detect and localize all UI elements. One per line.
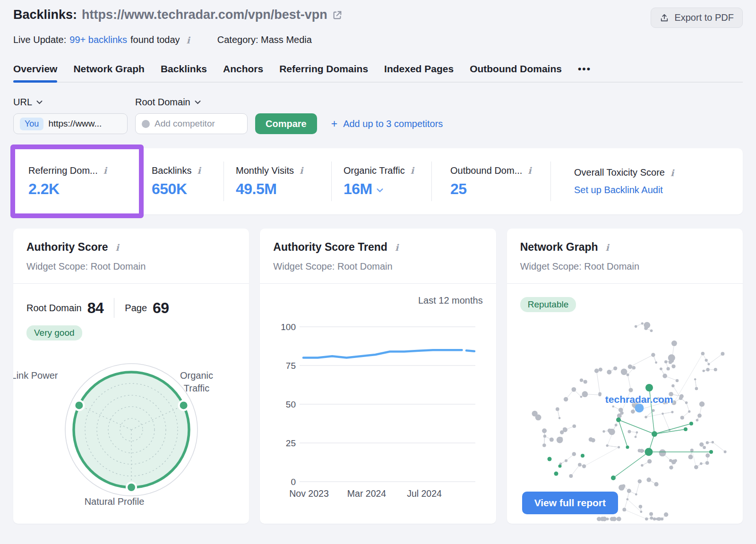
live-update-link[interactable]: 99+ backlinks — [69, 34, 127, 45]
root-domain-scope-selector[interactable]: Root Domain — [135, 97, 201, 108]
filter-selectors: URL Root Domain — [13, 97, 743, 108]
root-domain-scope-label: Root Domain — [135, 97, 190, 108]
divider — [114, 298, 114, 318]
metric-organic-traffic[interactable]: Organic Traffic i 16M — [331, 148, 431, 214]
info-icon[interactable]: i — [670, 168, 675, 178]
radar-point-organic-traffic[interactable] — [179, 400, 189, 410]
root-domain-score-value: 84 — [87, 299, 104, 317]
compare-inputs-row: You https://www... Compare + Add up to 3… — [13, 113, 743, 134]
svg-text:100: 100 — [281, 322, 296, 332]
page-title-label: Backlinks: — [13, 8, 77, 22]
svg-text:Mar 2024: Mar 2024 — [347, 488, 387, 499]
metric-label: Overall Toxicity Score — [574, 167, 665, 178]
chevron-down-icon[interactable] — [377, 188, 383, 193]
root-domain-score-label: Root Domain — [26, 303, 82, 314]
live-update-label: Live Update: — [13, 34, 66, 45]
tab-overview[interactable]: Overview — [13, 63, 57, 82]
external-link-icon[interactable] — [332, 10, 343, 20]
report-tabs: Overview Network Graph Backlinks Anchors… — [13, 63, 743, 83]
info-icon[interactable]: i — [410, 165, 415, 176]
info-icon[interactable]: i — [394, 242, 399, 253]
widget-cards: Authority Score i Widget Scope: Root Dom… — [13, 229, 743, 524]
metric-label: Organic Traffic — [344, 165, 405, 176]
add-competitor-input[interactable] — [155, 119, 235, 129]
very-good-badge: Very good — [26, 325, 82, 340]
setup-backlink-audit-link[interactable]: Set up Backlink Audit — [574, 185, 743, 196]
tab-anchors[interactable]: Anchors — [223, 63, 263, 82]
metric-label: Outbound Dom... — [450, 165, 522, 176]
metric-label: Backlinks — [152, 165, 191, 176]
tab-backlinks[interactable]: Backlinks — [161, 63, 207, 82]
metric-value: 650K — [152, 180, 223, 198]
metrics-summary: Referring Dom... i 2.2K Backlinks i 650K… — [13, 148, 743, 214]
info-icon[interactable]: i — [605, 242, 610, 253]
info-icon[interactable]: i — [196, 165, 201, 176]
upload-icon — [660, 13, 669, 23]
svg-text:Nov 2023: Nov 2023 — [290, 488, 329, 499]
radar-point-natural-profile[interactable] — [127, 483, 136, 492]
export-to-pdf-label: Export to PDF — [674, 12, 734, 23]
svg-text:Jul 2024: Jul 2024 — [407, 488, 442, 499]
subtitle-row: Live Update: 99+ backlinks found today i… — [13, 34, 743, 45]
metric-backlinks[interactable]: Backlinks i 650K — [144, 148, 223, 214]
live-update-suffix: found today — [130, 34, 180, 45]
network-graph-card: Network Graph i Widget Scope: Root Domai… — [507, 229, 743, 524]
card-title: Authority Score — [26, 241, 108, 254]
info-icon[interactable]: i — [103, 165, 108, 176]
widget-scope-label: Widget Scope: Root Domain — [520, 261, 730, 272]
add-competitors-link[interactable]: + Add up to 3 competitors — [331, 118, 443, 130]
svg-text:75: 75 — [286, 361, 296, 371]
chevron-down-icon — [195, 100, 201, 104]
radar-axis-natural-profile: Natural Profile — [67, 495, 162, 508]
add-competitor-field[interactable] — [135, 113, 248, 134]
authority-score-trend-chart: 0255075100Nov 2023Mar 2024Jul 2024 — [273, 308, 482, 502]
metric-monthly-visits[interactable]: Monthly Visits i 49.5M — [223, 148, 331, 214]
widget-scope-label: Widget Scope: Root Domain — [26, 261, 236, 272]
svg-text:0: 0 — [291, 477, 296, 487]
trend-range-label: Last 12 months — [260, 284, 496, 306]
view-full-report-button[interactable]: View full report — [522, 492, 618, 514]
category-label: Category: Mass Media — [217, 34, 312, 45]
radar-axis-link-power: Link Power — [13, 369, 60, 382]
target-url-input[interactable]: You https://www... — [13, 113, 128, 134]
tab-outbound-domains[interactable]: Outbound Domains — [470, 63, 562, 82]
export-to-pdf-button[interactable]: Export to PDF — [651, 8, 743, 28]
info-icon[interactable]: i — [186, 35, 191, 45]
radar-axis-organic-traffic: Organic Traffic — [168, 369, 225, 395]
url-scope-label: URL — [13, 97, 32, 108]
metrics-bar: Referring Dom... i 2.2K Backlinks i 650K… — [13, 148, 743, 214]
favicon-placeholder-icon — [142, 120, 150, 128]
network-center-domain-label: techradar.com — [587, 394, 691, 405]
tab-network-graph[interactable]: Network Graph — [73, 63, 145, 82]
card-title: Network Graph — [520, 241, 598, 254]
compare-button[interactable]: Compare — [255, 113, 317, 134]
tab-referring-domains[interactable]: Referring Domains — [279, 63, 368, 82]
metric-value: 2.2K — [28, 180, 144, 198]
card-title: Authority Score Trend — [273, 241, 387, 254]
tabs-more-button[interactable]: ••• — [578, 63, 591, 82]
metric-referring-domains[interactable]: Referring Dom... i 2.2K — [13, 148, 144, 214]
plus-icon: + — [331, 118, 337, 130]
metric-outbound-domains[interactable]: Outbound Dom... i 25 — [431, 148, 550, 214]
widget-scope-label: Widget Scope: Root Domain — [273, 261, 482, 272]
info-icon[interactable]: i — [115, 242, 120, 253]
metric-overall-toxicity-score: Overall Toxicity Score i Set up Backlink… — [550, 148, 743, 214]
metric-value: 16M — [344, 180, 372, 198]
authority-score-radar: Link Power Organic Traffic Natural Profi… — [13, 340, 249, 520]
metric-label: Monthly Visits — [236, 165, 294, 176]
info-icon[interactable]: i — [527, 165, 532, 176]
tab-indexed-pages[interactable]: Indexed Pages — [384, 63, 454, 82]
authority-score-trend-card: Authority Score Trend i Widget Scope: Ro… — [260, 229, 496, 524]
info-icon[interactable]: i — [299, 165, 304, 176]
backlinks-overview-page: Backlinks: https://www.techradar.com/vpn… — [0, 0, 756, 544]
page-header: Backlinks: https://www.techradar.com/vpn… — [13, 0, 743, 28]
url-scope-selector[interactable]: URL — [13, 97, 135, 108]
svg-text:25: 25 — [286, 438, 296, 448]
radar-point-link-power[interactable] — [74, 400, 84, 410]
authority-score-card: Authority Score i Widget Scope: Root Dom… — [13, 229, 249, 524]
metric-value: 49.5M — [236, 180, 331, 198]
page-score-value: 69 — [153, 299, 169, 317]
target-url-value: https://www... — [48, 119, 102, 129]
score-row: Root Domain 84 Page 69 — [13, 284, 249, 318]
chevron-down-icon — [36, 100, 43, 104]
